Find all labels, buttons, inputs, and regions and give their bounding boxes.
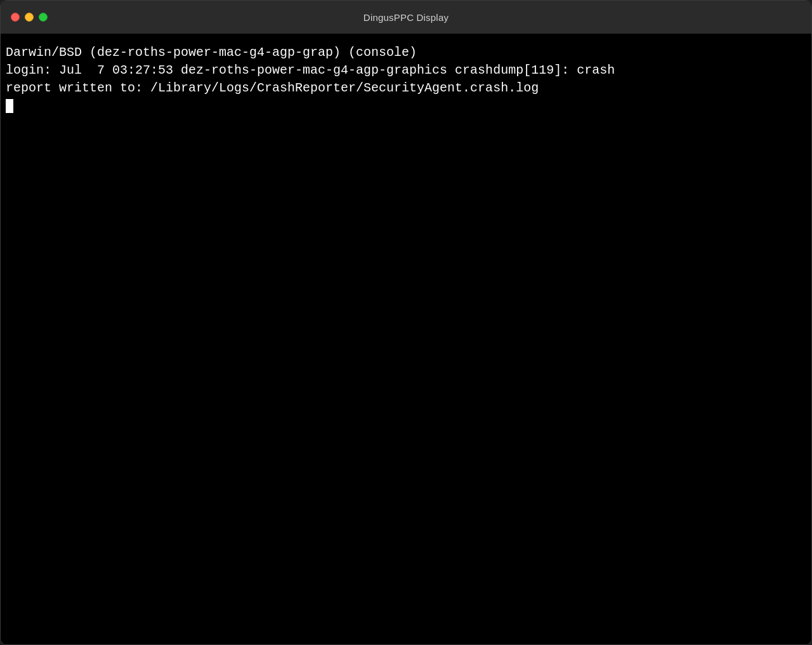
terminal-line-4: report written to: /Library/Logs/CrashRe… <box>6 79 806 115</box>
terminal-window: DingusPPC Display Darwin/BSD (dez-roths-… <box>0 0 812 645</box>
zoom-button[interactable] <box>39 13 48 22</box>
terminal-cursor <box>6 99 13 113</box>
terminal-line-1: Darwin/BSD (dez-roths-power-mac-g4-agp-g… <box>6 44 806 62</box>
close-button[interactable] <box>11 13 20 22</box>
traffic-lights <box>11 13 48 22</box>
window-title: DingusPPC Display <box>363 12 449 23</box>
terminal-body[interactable]: Darwin/BSD (dez-roths-power-mac-g4-agp-g… <box>1 34 811 644</box>
minimize-button[interactable] <box>25 13 34 22</box>
titlebar: DingusPPC Display <box>1 1 811 34</box>
terminal-line-3: login: Jul 7 03:27:53 dez-roths-power-ma… <box>6 62 806 79</box>
